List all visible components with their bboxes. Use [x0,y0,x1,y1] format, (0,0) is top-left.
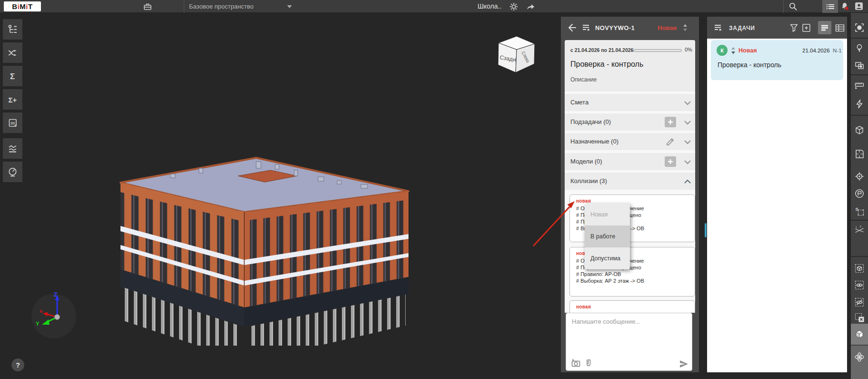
settings-gear-icon[interactable] [509,2,518,11]
section-models[interactable]: Модели (0) [565,153,695,170]
task-period: с 21.04.2026 по 21.04.2026 [570,47,633,53]
chevron-down-icon[interactable] [684,101,691,105]
building-model[interactable] [113,149,423,346]
tool-solid-view-cell [851,324,868,345]
table-view-icon[interactable] [835,23,845,33]
add-subtask-button[interactable] [665,117,676,127]
paperclip-icon[interactable] [583,358,594,369]
add-task-icon[interactable] [801,23,811,33]
project-name[interactable]: Школа.. [478,0,501,13]
description-label: Описание [570,76,597,83]
pencil-icon[interactable] [666,137,675,146]
tool-selection-set[interactable]: S [851,203,868,220]
axis-gizmo[interactable]: Z X Y [24,290,86,352]
tool-environment-tree[interactable] [851,40,868,57]
tool-floor-plan[interactable] [851,145,868,163]
list-menu-button[interactable] [822,0,838,13]
chevron-down-icon[interactable] [287,5,292,8]
tool-isolate-box[interactable] [851,260,868,277]
tool-sum-add[interactable]: Σ+ [3,89,22,110]
tool-orbit[interactable] [851,348,868,366]
menu-item-new[interactable]: Новая [585,204,630,225]
chevron-down-icon[interactable] [684,140,691,144]
axis-x-label: X [40,309,42,314]
search-icon[interactable] [788,2,798,11]
section-subtasks[interactable]: Подзадачи (0) [565,113,695,131]
task-detail-panel: NOVYYWO-1 Новая с 21.04.2026 по 21.04.20… [561,17,699,372]
task-card[interactable]: К Новая 21.04.2026 N-1 Проверка - контро… [711,40,843,80]
tool-dependencies[interactable] [3,42,22,63]
app-logo[interactable]: BiMiT [4,1,41,11]
view-cube[interactable]: Сзади Слева [493,31,540,79]
tool-clash-flash[interactable] [851,95,868,113]
tool-flag[interactable] [851,185,868,202]
detail-panel-content: с 21.04.2026 по 21.04.2026 0% Проверка -… [565,40,695,313]
svg-text:Σ: Σ [10,72,15,81]
chevron-down-icon[interactable] [684,160,691,164]
list-view-button[interactable] [818,21,831,34]
add-model-button[interactable] [665,156,676,167]
tool-sum[interactable]: Σ [3,66,22,86]
annotation-arrow [521,196,583,251]
profile-icon[interactable] [855,2,863,10]
send-icon[interactable] [678,359,689,369]
playlist-icon[interactable] [714,23,723,32]
tool-measure-ruler[interactable] [851,76,868,93]
tool-select-similar[interactable] [851,57,868,74]
svg-text:1: 1 [856,226,858,229]
section-assignees[interactable]: Назначенные (0) [565,133,695,150]
task-card-status: Новая [738,47,757,54]
menu-item-acceptable[interactable]: Допустима [585,247,630,269]
tool-gauge[interactable] [3,162,22,182]
collision-status-menu: Новая В работе Допустима [585,204,630,269]
sort-updown-icon[interactable] [683,23,688,32]
task-card-title: Проверка - контроль [718,61,781,69]
tool-2d-view[interactable]: 2D [3,113,22,133]
tool-axes-lines[interactable]: 12 [851,222,868,239]
sort-updown-icon[interactable] [731,46,736,55]
task-status-badge[interactable]: Новая [658,24,677,31]
assignee-avatar[interactable]: К [717,45,728,56]
tool-structure-tree[interactable] [3,19,22,40]
detail-panel-header: NOVYYWO-1 Новая [561,17,699,39]
section-collisions[interactable]: Коллизии (3) [565,173,695,190]
task-id-title: NOVYYWO-1 [595,24,635,31]
topbar-divider-right [783,0,784,13]
collision-card[interactable]: новая [569,300,695,313]
briefcase-icon[interactable] [143,2,152,11]
chevron-down-icon[interactable] [684,120,691,125]
tool-show-eye[interactable] [851,277,868,294]
axis-z-label: Z [54,291,57,298]
tool-solid-view[interactable] [851,326,868,343]
svg-text:2: 2 [860,225,862,228]
scrollbar-thumb[interactable] [705,223,707,237]
help-button[interactable]: ? [11,359,24,371]
progress-bar[interactable] [633,49,682,52]
axis-y-label: Y [36,321,40,327]
tool-charts[interactable] [3,138,22,159]
tool-section-box[interactable] [851,122,868,139]
playlist-icon[interactable] [582,23,591,32]
section-estimate[interactable]: Смета [565,94,695,111]
notifications-bell-icon[interactable] [840,2,849,11]
tool-locate-target[interactable] [851,168,868,185]
svg-text:Σ+: Σ+ [8,96,17,104]
collision-status[interactable]: новая [576,304,591,309]
tool-hide-eye[interactable] [851,294,868,311]
back-icon[interactable] [567,22,577,33]
task-card-code: N-1 [833,48,842,53]
chevron-up-icon[interactable] [684,179,691,184]
workspace-selector[interactable]: Базовое пространство [189,0,254,13]
tool-orbit-cell [851,346,868,379]
camera-icon[interactable] [571,358,581,369]
filter-funnel-icon[interactable] [789,23,799,33]
task-title: Проверка - контроль [570,60,643,69]
share-icon[interactable] [526,2,535,11]
collision-line: # Выборка: АР 2 этаж -> ОВ [576,278,644,284]
tool-zoom-fit[interactable] [851,19,868,36]
tasks-panel-title: ЗАДАЧИ [729,25,755,31]
right-toolbar: S 12 [851,13,868,379]
message-input[interactable] [571,317,687,352]
menu-item-in-progress[interactable]: В работе [585,225,630,247]
svg-text:2D: 2D [10,121,15,125]
